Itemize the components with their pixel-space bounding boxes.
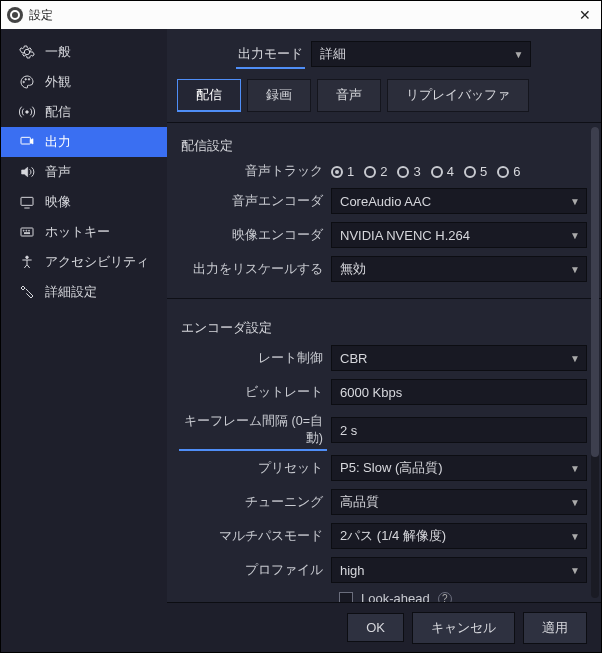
- audio-track-3[interactable]: 3: [397, 164, 420, 179]
- streaming-settings-title: 配信設定: [181, 131, 587, 163]
- gear-icon: [19, 44, 35, 60]
- tools-icon: [19, 284, 35, 300]
- multipass-select[interactable]: 2パス (1/4 解像度)▼: [331, 523, 587, 549]
- output-mode-value: 詳細: [320, 45, 346, 63]
- section-divider: [167, 298, 601, 299]
- profile-label: プロファイル: [181, 562, 331, 579]
- svg-point-3: [26, 111, 29, 114]
- svg-point-8: [26, 230, 27, 231]
- highlight-underline: [179, 449, 327, 451]
- scrollbar-thumb[interactable]: [591, 127, 599, 457]
- tab-streaming[interactable]: 配信: [177, 79, 241, 112]
- profile-select[interactable]: high▼: [331, 557, 587, 583]
- lookahead-checkbox[interactable]: [339, 592, 353, 603]
- audio-track-radios: 1 2 3 4 5 6: [331, 164, 587, 179]
- sidebar-item-label: 映像: [45, 193, 71, 211]
- sidebar-item-general[interactable]: 一般: [1, 37, 167, 67]
- audio-encoder-select[interactable]: CoreAudio AAC▼: [331, 188, 587, 214]
- lookahead-label: Look-ahead: [361, 591, 430, 602]
- sidebar-item-label: 詳細設定: [45, 283, 97, 301]
- keyframe-input[interactable]: 2 s: [331, 417, 587, 443]
- audio-track-6[interactable]: 6: [497, 164, 520, 179]
- svg-rect-6: [21, 228, 33, 236]
- audio-track-4[interactable]: 4: [431, 164, 454, 179]
- preset-select[interactable]: P5: Slow (高品質)▼: [331, 455, 587, 481]
- sidebar-item-video[interactable]: 映像: [1, 187, 167, 217]
- chevron-down-icon: ▼: [570, 531, 580, 542]
- sidebar-item-label: 外観: [45, 73, 71, 91]
- bitrate-label: ビットレート: [181, 384, 331, 401]
- output-mode-label: 出力モード: [238, 45, 303, 63]
- audio-track-1[interactable]: 1: [331, 164, 354, 179]
- output-tabs: 配信 録画 音声 リプレイバッファ: [167, 73, 601, 123]
- preset-label: プリセット: [181, 460, 331, 477]
- svg-rect-4: [21, 137, 30, 144]
- app-logo-icon: [7, 7, 23, 23]
- rescale-select[interactable]: 無効▼: [331, 256, 587, 282]
- tab-recording[interactable]: 録画: [247, 79, 311, 112]
- video-encoder-select[interactable]: NVIDIA NVENC H.264▼: [331, 222, 587, 248]
- paint-icon: [19, 74, 35, 90]
- svg-point-9: [28, 230, 29, 231]
- titlebar: 設定 ✕: [1, 1, 601, 29]
- svg-rect-5: [21, 197, 33, 205]
- rate-control-select[interactable]: CBR▼: [331, 345, 587, 371]
- scrollbar[interactable]: [591, 127, 599, 598]
- tab-audio[interactable]: 音声: [317, 79, 381, 112]
- svg-point-1: [25, 79, 27, 81]
- sidebar-item-appearance[interactable]: 外観: [1, 67, 167, 97]
- svg-rect-10: [24, 233, 29, 234]
- speaker-icon: [19, 164, 35, 180]
- multipass-label: マルチパスモード: [181, 528, 331, 545]
- dialog-footer: OK キャンセル 適用: [167, 602, 601, 652]
- display-icon: [19, 194, 35, 210]
- video-encoder-label: 映像エンコーダ: [181, 227, 331, 244]
- output-icon: [19, 134, 35, 150]
- help-icon[interactable]: ?: [438, 592, 452, 603]
- accessibility-icon: [19, 254, 35, 270]
- ok-button[interactable]: OK: [347, 613, 404, 642]
- close-icon[interactable]: ✕: [575, 7, 595, 23]
- sidebar-item-audio[interactable]: 音声: [1, 157, 167, 187]
- sidebar-item-label: 配信: [45, 103, 71, 121]
- output-mode-select[interactable]: 詳細 ▼: [311, 41, 531, 67]
- sidebar-item-label: 出力: [45, 133, 71, 151]
- sidebar-item-output[interactable]: 出力: [1, 127, 167, 157]
- broadcast-icon: [19, 104, 35, 120]
- audio-track-2[interactable]: 2: [364, 164, 387, 179]
- bitrate-input[interactable]: 6000 Kbps: [331, 379, 587, 405]
- chevron-down-icon: ▼: [570, 497, 580, 508]
- svg-point-11: [26, 256, 29, 259]
- chevron-down-icon: ▼: [570, 230, 580, 241]
- tab-replay-buffer[interactable]: リプレイバッファ: [387, 79, 529, 112]
- chevron-down-icon: ▼: [570, 196, 580, 207]
- window-title: 設定: [29, 7, 575, 24]
- tuning-select[interactable]: 高品質▼: [331, 489, 587, 515]
- sidebar-item-accessibility[interactable]: アクセシビリティ: [1, 247, 167, 277]
- audio-encoder-label: 音声エンコーダ: [181, 193, 331, 210]
- sidebar-item-label: ホットキー: [45, 223, 110, 241]
- chevron-down-icon: ▼: [570, 264, 580, 275]
- rate-control-label: レート制御: [181, 350, 331, 367]
- audio-track-5[interactable]: 5: [464, 164, 487, 179]
- sidebar-item-label: アクセシビリティ: [45, 253, 149, 271]
- sidebar-item-stream[interactable]: 配信: [1, 97, 167, 127]
- cancel-button[interactable]: キャンセル: [412, 612, 515, 644]
- chevron-down-icon: ▼: [570, 353, 580, 364]
- sidebar-item-advanced[interactable]: 詳細設定: [1, 277, 167, 307]
- keyframe-label: キーフレーム間隔 (0=自動): [181, 413, 331, 447]
- tuning-label: チューニング: [181, 494, 331, 511]
- chevron-down-icon: ▼: [514, 49, 524, 60]
- sidebar-item-label: 音声: [45, 163, 71, 181]
- keyboard-icon: [19, 224, 35, 240]
- highlight-underline: [236, 67, 305, 69]
- chevron-down-icon: ▼: [570, 565, 580, 576]
- sidebar-item-hotkeys[interactable]: ホットキー: [1, 217, 167, 247]
- sidebar-item-label: 一般: [45, 43, 71, 61]
- svg-point-0: [23, 81, 25, 83]
- chevron-down-icon: ▼: [570, 463, 580, 474]
- svg-point-2: [28, 79, 30, 81]
- svg-point-7: [23, 230, 24, 231]
- apply-button[interactable]: 適用: [523, 612, 587, 644]
- sidebar: 一般 外観 配信 出力 音声 映像: [1, 29, 167, 652]
